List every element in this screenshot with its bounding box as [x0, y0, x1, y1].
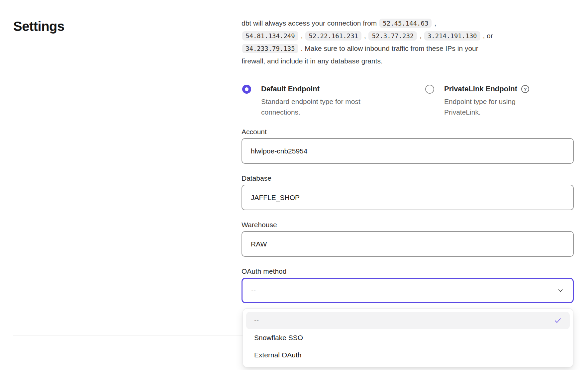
oauth-method-label: OAuth method [242, 267, 574, 276]
dropdown-option[interactable]: Snowflake SSO [246, 329, 570, 346]
section-divider [13, 335, 243, 335]
dropdown-option-label: Snowflake SSO [254, 334, 303, 342]
warehouse-input[interactable] [242, 231, 574, 257]
notice-text: , [432, 19, 436, 27]
oauth-method-select[interactable]: -- [242, 278, 574, 303]
ip-chip: 52.45.144.63 [379, 19, 432, 28]
endpoint-option-default[interactable]: Default Endpoint Standard endpoint type … [242, 84, 377, 118]
endpoint-option-privatelink[interactable]: PrivateLink Endpoint ? Endpoint type for… [425, 84, 529, 118]
oauth-method-dropdown: -- Snowflake SSO External OAuth [243, 308, 573, 367]
endpoint-option-label: PrivateLink Endpoint [444, 84, 517, 94]
oauth-method-selected-value: -- [251, 287, 256, 295]
notice-text: firewall, and include it in any database… [242, 57, 383, 65]
ip-chip: 3.214.191.130 [424, 31, 480, 41]
notice-text: , [299, 32, 305, 40]
database-label: Database [242, 174, 574, 183]
ip-chip: 52.22.161.231 [305, 31, 361, 41]
dropdown-option[interactable]: External OAuth [246, 346, 570, 364]
endpoint-option-description: Endpoint type for using PrivateLink. [444, 96, 527, 118]
radio-button-icon[interactable] [242, 85, 251, 94]
notice-text: . Make sure to allow inbound traffic fro… [299, 45, 478, 52]
notice-text: , [418, 32, 424, 40]
check-icon [554, 317, 562, 324]
endpoint-option-label: Default Endpoint [261, 84, 320, 94]
connection-settings-form: Account Database Warehouse OAuth method … [242, 128, 574, 314]
ip-chip: 34.233.79.135 [242, 44, 298, 53]
warehouse-field-group: Warehouse [242, 221, 574, 257]
account-field-group: Account [242, 128, 574, 164]
help-icon[interactable]: ? [521, 85, 529, 93]
endpoint-option-description: Standard endpoint type for most connecti… [261, 96, 377, 118]
oauth-field-group: OAuth method -- [242, 267, 574, 303]
chevron-down-icon [557, 288, 563, 293]
ip-chip: 52.3.77.232 [368, 31, 417, 41]
page-title: Settings [13, 19, 64, 34]
database-input[interactable] [242, 185, 574, 210]
notice-text: , [362, 32, 368, 40]
dropdown-option[interactable]: -- [246, 312, 570, 329]
dropdown-option-label: External OAuth [254, 351, 301, 359]
ip-chip: 54.81.134.249 [242, 31, 298, 41]
database-field-group: Database [242, 174, 574, 210]
notice-text: , or [481, 32, 493, 40]
warehouse-label: Warehouse [242, 221, 574, 229]
account-input[interactable] [242, 138, 574, 164]
ip-notice: dbt will always access your connection f… [242, 17, 577, 67]
radio-button-icon[interactable] [425, 85, 434, 94]
notice-text: dbt will always access your connection f… [242, 19, 379, 27]
dropdown-option-label: -- [254, 317, 259, 324]
account-label: Account [242, 128, 574, 136]
